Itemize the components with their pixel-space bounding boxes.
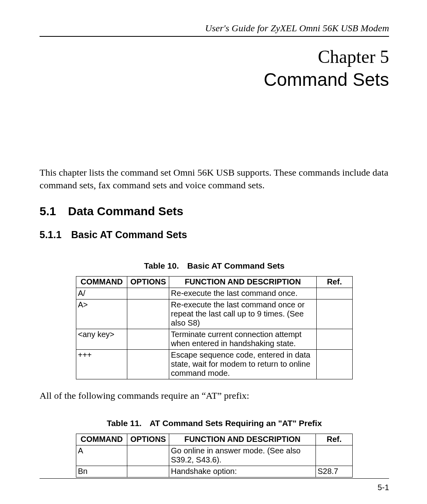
table-11-caption: Table 11. AT Command Sets Requiring an "…	[40, 419, 389, 428]
col-options: OPTIONS	[127, 434, 169, 445]
cell-ref	[316, 349, 352, 379]
table-row: A Go online in answer mode. (See also S3…	[76, 445, 353, 466]
section-heading: 5.1Data Command Sets	[40, 205, 389, 218]
cell-function: Go online in answer mode. (See also S39.…	[169, 445, 316, 466]
subsection-title: Basic AT Command Sets	[71, 229, 187, 240]
cell-command: Bn	[76, 466, 127, 477]
col-ref: Ref.	[316, 276, 352, 288]
table-row: A/ Re-execute the last command once.	[76, 288, 353, 299]
chapter-title-text: Command Sets	[264, 69, 389, 90]
cell-function: Terminate current connection attempt whe…	[169, 329, 316, 349]
section-number: 5.1	[40, 205, 68, 218]
cell-options	[127, 445, 169, 466]
subsection-number: 5.1.1	[40, 229, 71, 241]
cell-ref	[316, 329, 352, 349]
footer-rule	[40, 478, 389, 479]
spacer	[40, 91, 389, 166]
table-row: +++ Escape sequence code, entered in dat…	[76, 349, 353, 379]
cell-command: +++	[76, 349, 127, 379]
section-title: Data Command Sets	[68, 205, 183, 218]
cell-options	[127, 299, 169, 329]
page-number: 5-1	[378, 483, 389, 492]
cell-command: A/	[76, 288, 127, 299]
subsection-heading: 5.1.1Basic AT Command Sets	[40, 229, 389, 241]
table-row: <any key> Terminate current connection a…	[76, 329, 353, 349]
cell-ref	[316, 445, 353, 466]
col-function: FUNCTION AND DESCRIPTION	[169, 434, 316, 445]
table-header-row: COMMAND OPTIONS FUNCTION AND DESCRIPTION…	[76, 434, 353, 445]
table-10-caption: Table 10. Basic AT Command Sets	[40, 261, 389, 271]
cell-function: Escape sequence code, entered in data st…	[169, 349, 316, 379]
table-11: COMMAND OPTIONS FUNCTION AND DESCRIPTION…	[76, 434, 353, 477]
header-rule	[40, 36, 389, 37]
table-row: Bn Handshake option: S28.7	[76, 466, 353, 477]
cell-ref	[316, 299, 352, 329]
cell-ref	[316, 288, 352, 299]
cell-function: Re-execute the last command once or repe…	[169, 299, 316, 329]
col-command: COMMAND	[76, 276, 127, 288]
cell-command: A	[76, 445, 127, 466]
cell-function: Re-execute the last command once.	[169, 288, 316, 299]
col-options: OPTIONS	[127, 276, 169, 288]
table-header-row: COMMAND OPTIONS FUNCTION AND DESCRIPTION…	[76, 276, 353, 288]
between-tables-text: All of the following commands require an…	[40, 390, 389, 401]
chapter-label: Chapter 5	[318, 47, 389, 67]
col-function: FUNCTION AND DESCRIPTION	[169, 276, 316, 288]
table-row: A> Re-execute the last command once or r…	[76, 299, 353, 329]
cell-command: <any key>	[76, 329, 127, 349]
chapter-intro: This chapter lists the command set Omni …	[40, 166, 389, 192]
page: User's Guide for ZyXEL Omni 56K USB Mode…	[0, 0, 427, 504]
cell-options	[127, 329, 169, 349]
chapter-heading: Chapter 5 Command Sets	[40, 45, 389, 91]
running-header: User's Guide for ZyXEL Omni 56K USB Mode…	[40, 23, 389, 34]
cell-function: Handshake option:	[169, 466, 316, 477]
cell-ref: S28.7	[316, 466, 353, 477]
cell-command: A>	[76, 299, 127, 329]
cell-options	[127, 349, 169, 379]
col-command: COMMAND	[76, 434, 127, 445]
cell-options	[127, 466, 169, 477]
cell-options	[127, 288, 169, 299]
col-ref: Ref.	[316, 434, 353, 445]
table-10: COMMAND OPTIONS FUNCTION AND DESCRIPTION…	[76, 276, 353, 379]
